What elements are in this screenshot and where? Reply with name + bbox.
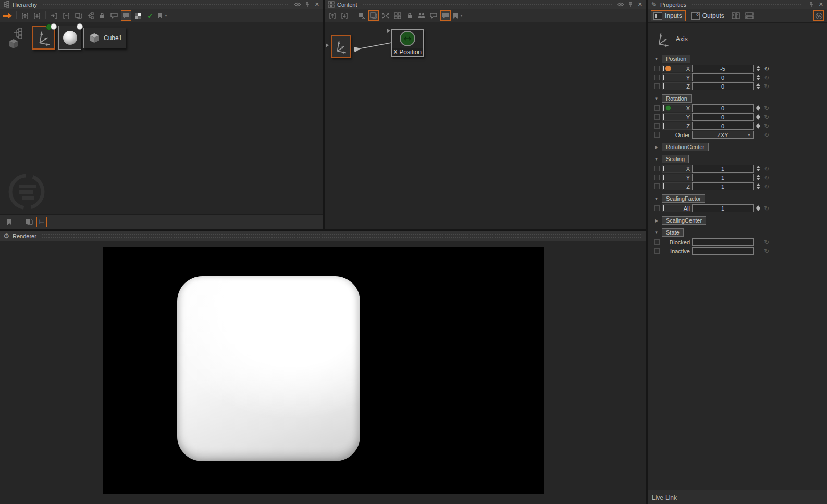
row-checkbox[interactable] <box>654 183 660 189</box>
comment-filled-icon[interactable] <box>440 10 451 21</box>
turnstile-toggle-icon[interactable]: ⊢ <box>36 217 47 227</box>
spinner-control[interactable] <box>756 205 760 211</box>
jump-into-icon[interactable] <box>49 10 59 21</box>
titlebar-texture[interactable] <box>363 2 612 7</box>
eye-icon[interactable] <box>294 1 301 8</box>
comment-icon[interactable] <box>428 10 439 21</box>
spinner-control[interactable] <box>756 75 760 80</box>
position-z-input[interactable] <box>692 82 754 90</box>
titlebar-texture[interactable] <box>42 233 641 238</box>
row-checkbox[interactable] <box>654 132 660 138</box>
close-icon[interactable]: ✕ <box>314 1 320 8</box>
row-checkbox[interactable] <box>654 105 660 111</box>
close-icon[interactable]: ✕ <box>818 1 824 8</box>
comment-filled-icon[interactable] <box>121 10 131 21</box>
users-icon[interactable] <box>416 10 427 21</box>
pin-indicator[interactable] <box>663 123 664 129</box>
reset-icon[interactable]: ↻ <box>764 248 769 254</box>
import-up-icon[interactable] <box>327 10 338 21</box>
bookmark-icon[interactable] <box>4 217 15 227</box>
scalingfactor-all-input[interactable] <box>692 204 754 212</box>
reset-icon[interactable]: ↻ <box>764 205 769 212</box>
alpha-checker-icon[interactable] <box>133 10 143 21</box>
scaling-z-input[interactable] <box>692 182 754 190</box>
animation-curve-icon[interactable] <box>813 10 824 21</box>
render-viewport[interactable] <box>103 247 544 494</box>
import-up-icon[interactable] <box>20 10 30 21</box>
collapse-toggle-icon[interactable]: ▶ <box>654 218 659 223</box>
pin-icon[interactable] <box>808 1 815 8</box>
duplicate-icon[interactable] <box>73 10 83 21</box>
pin-node-icon[interactable] <box>356 10 367 21</box>
reset-icon[interactable]: ↻ <box>764 166 769 172</box>
rotation-y-input[interactable] <box>692 113 754 121</box>
row-checkbox[interactable] <box>654 123 660 129</box>
rotation-z-input[interactable] <box>692 122 754 130</box>
pin-indicator[interactable] <box>663 175 664 180</box>
content-axis-node[interactable] <box>331 35 351 58</box>
section-rotation-button[interactable]: Rotation <box>662 94 692 103</box>
spinner-control[interactable] <box>756 83 760 89</box>
row-checkbox[interactable] <box>654 75 660 80</box>
pin-indicator[interactable] <box>663 66 664 71</box>
bookmark-icon[interactable]: ▼ <box>157 10 168 21</box>
pin-indicator[interactable] <box>663 183 664 189</box>
bookmark-dropdown-caret[interactable]: ▼ <box>164 14 168 17</box>
titlebar-texture[interactable] <box>692 2 803 7</box>
pin-indicator[interactable] <box>663 83 664 89</box>
eye-icon[interactable] <box>617 1 624 8</box>
section-scaling-button[interactable]: Scaling <box>662 155 689 163</box>
pin-icon[interactable] <box>304 1 311 8</box>
spinner-control[interactable] <box>756 123 760 129</box>
reset-icon[interactable]: ↻ <box>764 175 769 181</box>
reset-icon[interactable]: ↻ <box>764 183 769 190</box>
section-position-button[interactable]: Position <box>662 55 690 63</box>
collapse-toggle-icon[interactable]: ▼ <box>654 57 659 62</box>
reset-icon[interactable]: ↻ <box>764 114 769 120</box>
content-canvas[interactable]: X Position <box>325 22 646 229</box>
split-view-icon[interactable] <box>731 10 741 21</box>
spinner-control[interactable] <box>756 166 760 171</box>
reset-icon[interactable]: ↻ <box>764 239 769 245</box>
subtree-icon[interactable] <box>85 10 95 21</box>
state-inactive-value[interactable]: — <box>692 247 754 255</box>
spinner-control[interactable] <box>756 183 760 189</box>
row-checkbox[interactable] <box>654 166 660 171</box>
xposition-node[interactable]: X Position <box>391 29 424 57</box>
rotation-order-select[interactable]: ZXY ▼ <box>692 131 754 139</box>
import-down-icon[interactable] <box>339 10 350 21</box>
collapse-toggle-icon[interactable]: ▶ <box>654 145 659 150</box>
row-checkbox[interactable] <box>654 114 660 120</box>
collapse-toggle-icon[interactable]: ▼ <box>654 96 659 101</box>
reset-icon[interactable]: ↻ <box>764 123 769 129</box>
collapse-level-icon[interactable] <box>61 10 71 21</box>
comment-icon[interactable] <box>109 10 119 21</box>
validate-check-icon[interactable]: ✓ <box>145 10 155 21</box>
row-checkbox[interactable] <box>654 175 660 180</box>
collapse-toggle-icon[interactable]: ▼ <box>654 157 659 162</box>
layout-view-icon[interactable] <box>744 10 755 21</box>
scaling-x-input[interactable] <box>692 165 754 173</box>
layers-icon[interactable] <box>23 217 34 227</box>
spinner-control[interactable] <box>756 66 760 71</box>
row-checkbox[interactable] <box>654 83 660 89</box>
position-y-input[interactable] <box>692 73 754 81</box>
hierarchy-canvas[interactable]: Cube1 <box>0 22 323 215</box>
expand-collapse-icon[interactable] <box>380 10 391 21</box>
reset-icon[interactable]: ↻ <box>764 132 769 138</box>
section-state-button[interactable]: State <box>662 228 684 237</box>
current-node-arrow-icon[interactable] <box>3 10 13 21</box>
row-checkbox[interactable] <box>654 248 660 254</box>
pin-indicator[interactable] <box>663 166 664 171</box>
import-down-icon[interactable] <box>32 10 42 21</box>
section-scalingcenter-button[interactable]: ScalingCenter <box>662 216 706 225</box>
pin-indicator[interactable] <box>663 75 664 80</box>
row-checkbox[interactable] <box>654 239 660 245</box>
spinner-control[interactable] <box>756 105 760 111</box>
layers-icon[interactable] <box>368 10 379 21</box>
state-blocked-value[interactable]: — <box>692 238 754 246</box>
lock-icon[interactable] <box>97 10 107 21</box>
rotation-x-input[interactable] <box>692 104 754 112</box>
spinner-control[interactable] <box>756 114 760 120</box>
tab-outputs[interactable]: 0 Outputs <box>689 11 727 21</box>
